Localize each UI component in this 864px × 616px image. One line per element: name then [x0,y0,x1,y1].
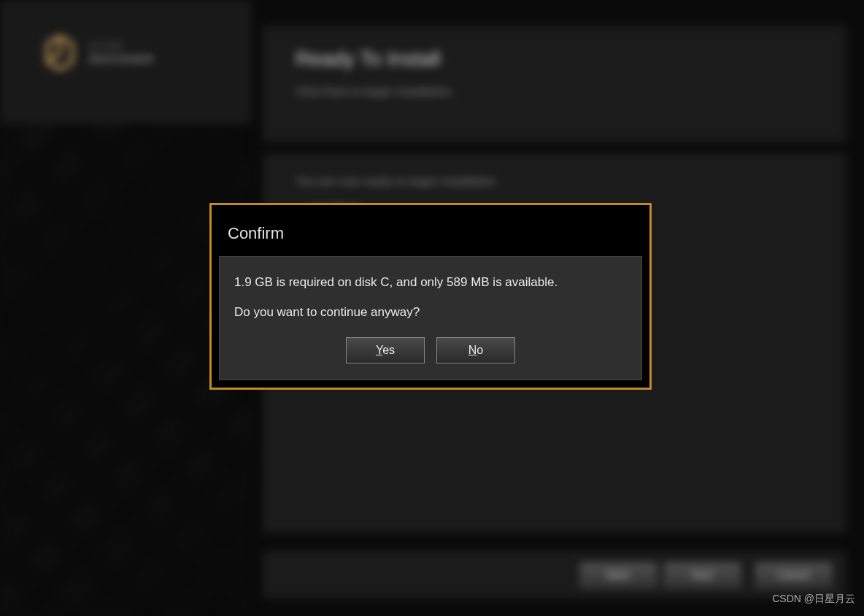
logo-text: ALTIUM DESIGNER [89,42,154,65]
next-button[interactable]: Next [664,563,741,588]
dialog-button-row: Yes No [234,337,627,363]
installer-subtitle: Click Next to begin installation. [296,85,814,99]
dialog-title: Confirm [219,212,642,256]
back-button[interactable]: Back [580,563,657,588]
altium-logo-icon [40,33,80,73]
logo-text-line1: ALTIUM [89,42,154,50]
installer-header-panel: Ready To Install Click Next to begin ins… [263,26,846,142]
logo-text-line2: DESIGNER [89,53,154,65]
dialog-message-line1: 1.9 GB is required on disk C, and only 5… [234,273,627,292]
dialog-body: 1.9 GB is required on disk C, and only 5… [219,256,642,380]
no-button[interactable]: No [436,337,515,363]
dialog-message-line2: Do you want to continue anyway? [234,305,627,320]
logo-area: ALTIUM DESIGNER [40,33,154,73]
yes-button[interactable]: Yes [346,337,425,363]
info-text-1: You are now ready to begin installation. [296,175,814,188]
yes-label-rest: es [382,344,395,356]
installer-button-panel: Back Next Cancel [263,551,846,598]
cancel-button[interactable]: Cancel [755,563,832,588]
watermark: CSDN @日星月云 [772,593,855,606]
no-label-rest: o [477,344,483,356]
installer-title: Ready To Install [296,47,814,71]
confirm-dialog: Confirm 1.9 GB is required on disk C, an… [209,203,652,390]
